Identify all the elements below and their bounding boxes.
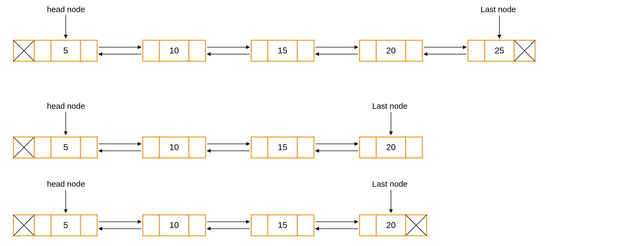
next-pointer-cell (406, 40, 422, 61)
node-value: 10 (169, 142, 179, 152)
prev-pointer-cell (251, 40, 268, 61)
node-3: 20 (360, 40, 422, 61)
null-head-box (13, 40, 34, 61)
node-value: 5 (63, 46, 68, 55)
node-value: 25 (495, 46, 504, 55)
prev-pointer-cell (34, 215, 51, 236)
null-head-box (13, 137, 34, 158)
node-value: 20 (386, 46, 396, 55)
last-label: Last node (372, 179, 408, 188)
linked-list-row-0: 510152025head nodeLast node (13, 5, 535, 61)
node-value: 20 (386, 220, 396, 230)
node-3: 20 (360, 137, 422, 158)
prev-pointer-cell (143, 137, 159, 158)
next-pointer-cell (189, 137, 206, 158)
head-label: head node (47, 102, 85, 110)
next-pointer-cell (80, 40, 97, 61)
node-1: 10 (143, 137, 206, 158)
next-pointer-cell (297, 137, 314, 158)
node-value: 15 (278, 46, 287, 55)
node-value: 10 (169, 46, 179, 55)
last-label: Last node (372, 102, 408, 110)
node-value: 15 (278, 220, 287, 230)
node-value: 5 (63, 142, 68, 152)
node-value: 15 (278, 142, 287, 152)
prev-pointer-cell (360, 137, 376, 158)
head-label: head node (47, 5, 85, 14)
prev-pointer-cell (34, 137, 51, 158)
node-value: 10 (169, 220, 179, 230)
null-head-box (13, 215, 34, 236)
prev-pointer-cell (143, 40, 159, 61)
node-2: 15 (251, 40, 314, 61)
node-1: 10 (143, 215, 206, 236)
linked-list-row-2: 5101520head nodeLast node (13, 179, 427, 236)
linked-list-row-1: 5101520head nodeLast node (13, 102, 422, 158)
node-3: 20 (360, 215, 406, 236)
node-4: 25 (468, 40, 514, 61)
prev-pointer-cell (468, 40, 485, 61)
prev-pointer-cell (360, 40, 376, 61)
node-0: 5 (34, 40, 97, 61)
next-pointer-cell (80, 137, 97, 158)
node-0: 5 (34, 137, 97, 158)
node-value: 5 (63, 220, 68, 230)
node-2: 15 (251, 215, 314, 236)
null-tail-box (514, 40, 535, 61)
null-tail-box (406, 215, 427, 236)
prev-pointer-cell (360, 215, 376, 236)
prev-pointer-cell (251, 215, 268, 236)
prev-pointer-cell (251, 137, 268, 158)
next-pointer-cell (406, 137, 422, 158)
next-pointer-cell (297, 40, 314, 61)
next-pointer-cell (80, 215, 97, 236)
next-pointer-cell (297, 215, 314, 236)
next-pointer-cell (189, 40, 206, 61)
node-value: 20 (386, 142, 396, 152)
node-0: 5 (34, 215, 97, 236)
node-2: 15 (251, 137, 314, 158)
head-label: head node (47, 179, 85, 188)
last-label: Last node (481, 5, 516, 14)
prev-pointer-cell (143, 215, 159, 236)
next-pointer-cell (189, 215, 206, 236)
node-1: 10 (143, 40, 206, 61)
prev-pointer-cell (34, 40, 51, 61)
